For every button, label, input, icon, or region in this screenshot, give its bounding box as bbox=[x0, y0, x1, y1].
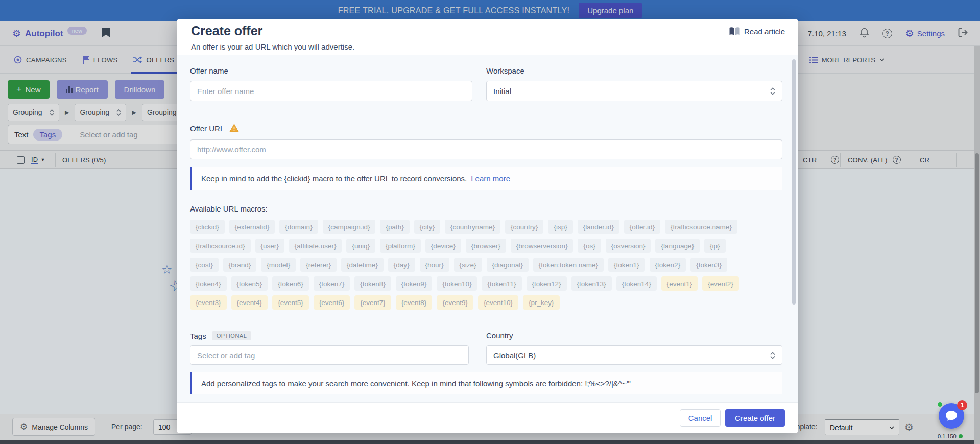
read-article-link[interactable]: Read article bbox=[729, 27, 785, 36]
chat-icon bbox=[945, 410, 958, 422]
macro-chip[interactable]: {pr_key} bbox=[523, 295, 560, 310]
macro-chip[interactable]: {size} bbox=[454, 258, 482, 272]
tags-label: Tags bbox=[190, 332, 206, 340]
macro-chip[interactable]: {event7} bbox=[354, 295, 391, 310]
macro-chip[interactable]: {model} bbox=[261, 258, 296, 272]
cancel-button[interactable]: Cancel bbox=[680, 409, 721, 427]
macro-chip[interactable]: {event4} bbox=[231, 295, 268, 310]
chat-unread-badge: 1 bbox=[957, 400, 967, 410]
macro-chip[interactable]: {event2} bbox=[702, 276, 739, 291]
tags-label-row: Tags OPTIONAL bbox=[190, 331, 251, 340]
macro-chip[interactable]: {country} bbox=[505, 220, 543, 234]
macro-chip[interactable]: {token8} bbox=[354, 276, 391, 291]
macros-label: Available URL macros: bbox=[190, 204, 268, 213]
macro-chip[interactable]: {brand} bbox=[223, 258, 257, 272]
macro-chip[interactable]: {token13} bbox=[571, 276, 612, 291]
macro-chip[interactable]: {device} bbox=[425, 239, 461, 253]
macro-chip[interactable]: {affiliate.user} bbox=[289, 239, 342, 253]
macro-chip[interactable]: {hour} bbox=[420, 258, 449, 272]
macro-chip[interactable]: {countryname} bbox=[445, 220, 500, 234]
create-offer-button[interactable]: Create offer bbox=[725, 409, 785, 427]
macro-chip[interactable]: {platform} bbox=[380, 239, 421, 253]
macro-row: {token4}{token5}{token6}{token7}{token8}… bbox=[190, 276, 785, 291]
macro-chip[interactable]: {datetime} bbox=[341, 258, 384, 272]
updown-chevron-icon bbox=[770, 87, 775, 95]
chat-online-dot bbox=[938, 402, 942, 407]
modal-title: Create offer bbox=[191, 24, 262, 38]
country-value: Global(GLB) bbox=[493, 351, 536, 360]
macro-chip[interactable]: {event6} bbox=[314, 295, 350, 310]
offer-url-input[interactable] bbox=[190, 139, 782, 159]
clickid-note: Keep in mind to add the {clickid} macro … bbox=[190, 167, 782, 190]
macro-chip[interactable]: {token5} bbox=[231, 276, 268, 291]
macro-chip[interactable]: {token6} bbox=[272, 276, 309, 291]
optional-badge: OPTIONAL bbox=[212, 331, 252, 340]
tags-input[interactable] bbox=[190, 345, 469, 365]
macro-chip[interactable]: {referer} bbox=[300, 258, 337, 272]
book-icon bbox=[729, 27, 740, 36]
macro-chip[interactable]: {offer.id} bbox=[624, 220, 660, 234]
country-select[interactable]: Global(GLB) bbox=[486, 345, 782, 365]
macro-row: {event3}{event4}{event5}{event6}{event7}… bbox=[190, 295, 785, 310]
workspace-value: Initial bbox=[493, 87, 511, 96]
macro-chip[interactable]: {event5} bbox=[272, 295, 309, 310]
macro-chip[interactable]: {cost} bbox=[190, 258, 219, 272]
macro-row: {clickid}{externalid}{domain}{campaign.i… bbox=[190, 220, 785, 234]
read-article-label: Read article bbox=[744, 27, 785, 36]
macro-chip[interactable]: {event9} bbox=[437, 295, 473, 310]
macro-chip[interactable]: {clickid} bbox=[190, 220, 225, 234]
modal-footer: Cancel Create offer bbox=[177, 402, 798, 433]
macro-chip[interactable]: {token12} bbox=[527, 276, 567, 291]
macro-chip[interactable]: {domain} bbox=[279, 220, 318, 234]
macro-chips: {clickid}{externalid}{domain}{campaign.i… bbox=[190, 220, 785, 314]
macro-chip[interactable]: {lander.id} bbox=[578, 220, 619, 234]
macro-chip[interactable]: {browserversion} bbox=[511, 239, 573, 253]
macro-chip[interactable]: {event3} bbox=[190, 295, 227, 310]
macro-chip[interactable]: {diagonal} bbox=[487, 258, 529, 272]
macro-chip[interactable]: {token11} bbox=[482, 276, 521, 291]
macro-chip[interactable]: {city} bbox=[414, 220, 440, 234]
macro-chip[interactable]: {token1} bbox=[608, 258, 645, 272]
macro-chip[interactable]: {campaign.id} bbox=[323, 220, 376, 234]
macro-chip[interactable]: {os} bbox=[578, 239, 601, 253]
macro-chip[interactable]: {event8} bbox=[396, 295, 433, 310]
macro-chip[interactable]: {token:token name} bbox=[533, 258, 604, 272]
macro-chip[interactable]: {day} bbox=[388, 258, 415, 272]
macro-chip[interactable]: {token2} bbox=[650, 258, 686, 272]
macro-chip[interactable]: {event1} bbox=[661, 276, 698, 291]
macro-chip[interactable]: {isp} bbox=[548, 220, 572, 234]
macro-chip[interactable]: {externalid} bbox=[229, 220, 275, 234]
modal-header: Create offer An offer is your ad URL whi… bbox=[177, 19, 798, 55]
offer-url-label: Offer URL bbox=[190, 124, 224, 133]
learn-more-link[interactable]: Learn more bbox=[471, 174, 510, 183]
app-window: FREE TRIAL. UPGRADE & GET FULL ACCESS IN… bbox=[0, 0, 980, 444]
workspace-label: Workspace bbox=[486, 66, 524, 75]
macro-chip[interactable]: {uniq} bbox=[346, 239, 375, 253]
macro-chip[interactable]: {osversion} bbox=[606, 239, 651, 253]
offer-name-input[interactable] bbox=[190, 81, 472, 101]
macro-chip[interactable]: {path} bbox=[380, 220, 409, 234]
macro-chip[interactable]: {trafficsource.name} bbox=[665, 220, 737, 234]
workspace-select[interactable]: Initial bbox=[486, 81, 782, 101]
country-label: Country bbox=[486, 331, 513, 340]
macro-chip[interactable]: {token14} bbox=[616, 276, 657, 291]
tags-note: Add personalized tags to make your searc… bbox=[190, 372, 782, 394]
macro-chip[interactable]: {trafficsource.id} bbox=[190, 239, 251, 253]
chat-widget-button[interactable]: 1 bbox=[939, 403, 964, 429]
macro-chip[interactable]: {token10} bbox=[437, 276, 477, 291]
macro-chip[interactable]: {browser} bbox=[466, 239, 506, 253]
tags-note-text: Add personalized tags to make your searc… bbox=[201, 379, 631, 388]
macro-chip[interactable]: {event10} bbox=[478, 295, 518, 310]
warning-icon bbox=[229, 124, 239, 134]
modal-scrollbar-thumb[interactable] bbox=[792, 59, 796, 305]
macro-chip[interactable]: {token3} bbox=[690, 258, 727, 272]
offer-url-label-row: Offer URL bbox=[190, 123, 239, 133]
macro-chip[interactable]: {token4} bbox=[190, 276, 227, 291]
macro-chip[interactable]: {ip} bbox=[704, 239, 726, 253]
macro-chip[interactable]: {user} bbox=[255, 239, 284, 253]
macro-chip[interactable]: {token9} bbox=[396, 276, 433, 291]
macro-chip[interactable]: {language} bbox=[655, 239, 700, 253]
macro-chip[interactable]: {token7} bbox=[314, 276, 350, 291]
modal-body: Offer name Workspace Initial Offer URL bbox=[177, 55, 798, 402]
clickid-note-text: Keep in mind to add the {clickid} macro … bbox=[201, 174, 467, 183]
